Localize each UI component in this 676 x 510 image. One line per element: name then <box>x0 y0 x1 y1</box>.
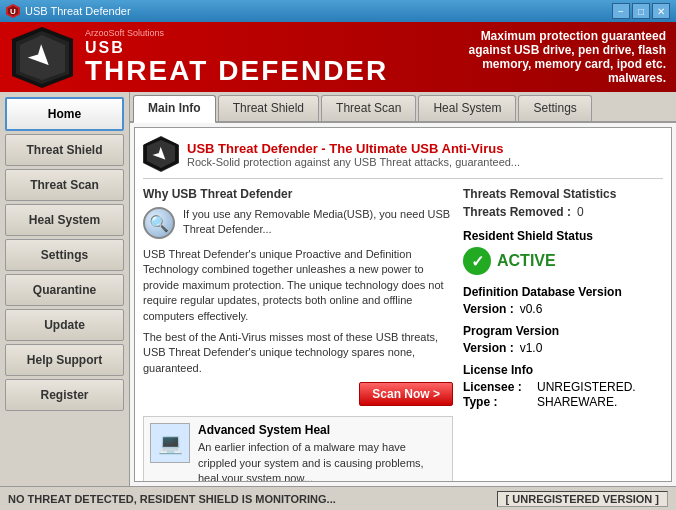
licensee-value: UNREGISTERED. <box>537 380 636 394</box>
header-left: ➤ ArzooSoft Solutions USB THREAT DEFENDE… <box>10 25 388 90</box>
info-header-text: USB Threat Defender - The Ultimate USB A… <box>187 141 520 168</box>
threats-removed-row: Threats Removed : 0 <box>463 205 663 219</box>
header-tagline: Maximum protection guaranteed against US… <box>466 29 666 85</box>
sidebar-item-help-support[interactable]: Help Support <box>5 344 124 376</box>
svg-text:U: U <box>10 7 16 16</box>
license-title: License Info <box>463 363 663 377</box>
panel-shield-icon: ➤ <box>143 136 179 172</box>
tab-bar: Main Info Threat Shield Threat Scan Heal… <box>130 92 676 123</box>
licensee-label: Licensee : <box>463 380 533 394</box>
sidebar-item-settings[interactable]: Settings <box>5 239 124 271</box>
scan-row: Scan Now > <box>143 382 453 406</box>
sidebar-item-home[interactable]: Home <box>5 97 124 131</box>
prog-version-row: Version : v1.0 <box>463 341 663 355</box>
sidebar-item-update[interactable]: Update <box>5 309 124 341</box>
tab-heal-system[interactable]: Heal System <box>418 95 516 121</box>
title-bar-left: U USB Threat Defender <box>6 4 131 18</box>
green-check-icon: ✓ <box>463 247 491 275</box>
sidebar-item-threat-shield[interactable]: Threat Shield <box>5 134 124 166</box>
header-logo: ArzooSoft Solutions USB THREAT DEFENDER <box>85 28 388 87</box>
db-version-label: Version : <box>463 302 514 316</box>
brand-line2: THREAT DEFENDER <box>85 56 388 87</box>
status-bar: NO THREAT DETECTED, RESIDENT SHIELD IS M… <box>0 486 676 510</box>
shield-status-title: Resident Shield Status <box>463 229 663 243</box>
shield-status: Resident Shield Status ✓ ACTIVE <box>463 229 663 275</box>
app-icon: U <box>6 4 20 18</box>
type-label: Type : <box>463 395 533 409</box>
heal-text: An earlier infection of a malware may ha… <box>198 440 446 482</box>
why-text: If you use any Removable Media(USB), you… <box>183 207 453 238</box>
desc-text-1: USB Threat Defender's unique Proactive a… <box>143 247 453 324</box>
shield-active-row: ✓ ACTIVE <box>463 247 663 275</box>
tagline-text: Maximum protection guaranteed against US… <box>469 29 666 85</box>
db-version-row: Version : v0.6 <box>463 302 663 316</box>
prog-version: Program Version Version : v1.0 <box>463 324 663 355</box>
info-left: Why USB Threat Defender 🔍 If you use any… <box>143 187 453 482</box>
db-version-title: Definition Database Version <box>463 285 663 299</box>
heal-icon: 💻 <box>150 423 190 463</box>
stats-title: Threats Removal Statistics <box>463 187 663 201</box>
active-label: ACTIVE <box>497 252 556 270</box>
threats-removed-label: Threats Removed : <box>463 205 571 219</box>
title-bar: U USB Threat Defender − □ ✕ <box>0 0 676 22</box>
desc-text-2: The best of the Anti-Virus misses most o… <box>143 330 453 376</box>
sidebar-item-quarantine[interactable]: Quarantine <box>5 274 124 306</box>
why-title: Why USB Threat Defender <box>143 187 453 201</box>
minimize-button[interactable]: − <box>612 3 630 19</box>
title-bar-controls: − □ ✕ <box>612 3 670 19</box>
why-content: 🔍 If you use any Removable Media(USB), y… <box>143 207 453 239</box>
content-area: Main Info Threat Shield Threat Scan Heal… <box>130 92 676 486</box>
db-version-value: v0.6 <box>520 302 543 316</box>
sidebar: Home Threat Shield Threat Scan Heal Syst… <box>0 92 130 486</box>
stats-section: Threats Removal Statistics Threats Remov… <box>463 187 663 219</box>
app-title: USB Threat Defender <box>25 5 131 17</box>
scan-now-button[interactable]: Scan Now > <box>359 382 453 406</box>
heal-title: Advanced System Heal <box>198 423 446 437</box>
tab-main-info[interactable]: Main Info <box>133 95 216 123</box>
status-left-text: NO THREAT DETECTED, RESIDENT SHIELD IS M… <box>8 493 336 505</box>
threats-removed-value: 0 <box>577 205 584 219</box>
maximize-button[interactable]: □ <box>632 3 650 19</box>
type-row: Type : SHAREWARE. <box>463 395 663 409</box>
prog-version-label: Version : <box>463 341 514 355</box>
licensee-row: Licensee : UNREGISTERED. <box>463 380 663 394</box>
status-right-text: [ UNREGISTERED VERSION ] <box>497 491 668 507</box>
why-section: Why USB Threat Defender 🔍 If you use any… <box>143 187 453 239</box>
prog-version-value: v1.0 <box>520 341 543 355</box>
search-icon: 🔍 <box>143 207 175 239</box>
heal-section: 💻 Advanced System Heal An earlier infect… <box>143 416 453 482</box>
header-shield-icon: ➤ <box>10 25 75 90</box>
brand-line1: USB <box>85 40 388 56</box>
brand-sub: ArzooSoft Solutions <box>85 28 388 38</box>
heal-text-col: Advanced System Heal An earlier infectio… <box>198 423 446 482</box>
sidebar-item-heal-system[interactable]: Heal System <box>5 204 124 236</box>
info-panel: ➤ USB Threat Defender - The Ultimate USB… <box>134 127 672 482</box>
prog-version-title: Program Version <box>463 324 663 338</box>
info-panel-header: ➤ USB Threat Defender - The Ultimate USB… <box>143 136 663 179</box>
info-subtitle: Rock-Solid protection against any USB Th… <box>187 156 520 168</box>
info-main-title: USB Threat Defender - The Ultimate USB A… <box>187 141 520 156</box>
license-info: License Info Licensee : UNREGISTERED. Ty… <box>463 363 663 409</box>
tab-threat-scan[interactable]: Threat Scan <box>321 95 416 121</box>
type-value: SHAREWARE. <box>537 395 617 409</box>
main-container: Home Threat Shield Threat Scan Heal Syst… <box>0 92 676 486</box>
info-right: Threats Removal Statistics Threats Remov… <box>463 187 663 482</box>
sidebar-item-threat-scan[interactable]: Threat Scan <box>5 169 124 201</box>
info-columns: Why USB Threat Defender 🔍 If you use any… <box>143 187 663 482</box>
db-version: Definition Database Version Version : v0… <box>463 285 663 316</box>
tab-settings[interactable]: Settings <box>518 95 591 121</box>
app-header: ➤ ArzooSoft Solutions USB THREAT DEFENDE… <box>0 22 676 92</box>
sidebar-item-register[interactable]: Register <box>5 379 124 411</box>
close-button[interactable]: ✕ <box>652 3 670 19</box>
tab-threat-shield[interactable]: Threat Shield <box>218 95 319 121</box>
